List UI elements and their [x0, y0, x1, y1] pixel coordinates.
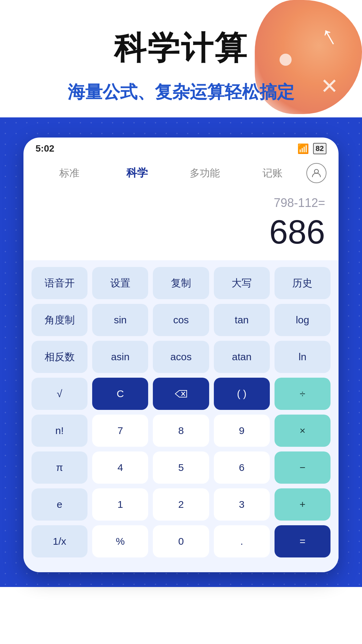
key-6[interactable]: 6 — [214, 451, 270, 484]
status-icons: 📶 82 — [297, 143, 326, 154]
keypad: 语音开 设置 复制 大写 历史 角度制 sin cos tan log 相反数 … — [23, 260, 339, 572]
key-pi[interactable]: π — [32, 451, 87, 484]
key-divide[interactable]: ÷ — [275, 378, 330, 410]
key-equals[interactable]: = — [275, 525, 330, 557]
key-2[interactable]: 2 — [153, 488, 209, 521]
time: 5:02 — [36, 143, 54, 154]
expression: 798-112= — [274, 196, 325, 210]
key-reciprocal[interactable]: 1/x — [32, 525, 87, 557]
key-sqrt[interactable]: √ — [32, 378, 87, 410]
key-row-3: 相反数 asin acos atan ln — [32, 341, 330, 373]
wifi-icon: 📶 — [297, 143, 309, 154]
key-asin[interactable]: asin — [92, 341, 148, 373]
tab-accounting[interactable]: 记账 — [239, 163, 306, 183]
key-tan[interactable]: tan — [214, 304, 270, 336]
key-euler[interactable]: e — [32, 488, 87, 521]
top-section: ↑ ✕ 科学计算 海量公式、复杂运算轻松搞定 — [0, 0, 362, 117]
key-8[interactable]: 8 — [153, 415, 209, 447]
key-row-4: √ C ( ) ÷ — [32, 378, 330, 410]
key-dot[interactable]: . — [214, 525, 270, 557]
key-history[interactable]: 历史 — [275, 267, 330, 299]
key-cos[interactable]: cos — [153, 304, 209, 336]
key-percent[interactable]: % — [92, 525, 148, 557]
key-4[interactable]: 4 — [92, 451, 148, 484]
main-title: 科学计算 — [0, 27, 362, 70]
battery-icon: 82 — [313, 143, 326, 154]
key-row-7: e 1 2 3 + — [32, 488, 330, 521]
key-log[interactable]: log — [275, 304, 330, 336]
key-acos[interactable]: acos — [153, 341, 209, 373]
key-copy[interactable]: 复制 — [153, 267, 209, 299]
key-backspace[interactable] — [153, 378, 209, 410]
deco-cross: ✕ — [320, 74, 339, 99]
key-multiply[interactable]: × — [275, 415, 330, 447]
deco-dot — [280, 54, 292, 66]
key-clear[interactable]: C — [92, 378, 148, 410]
key-9[interactable]: 9 — [214, 415, 270, 447]
result: 686 — [269, 213, 325, 250]
phone-frame: 5:02 📶 82 标准 科学 多功能 记账 798-112= 686 — [23, 138, 339, 572]
blue-background: 5:02 📶 82 标准 科学 多功能 记账 798-112= 686 — [0, 117, 362, 587]
key-settings[interactable]: 设置 — [92, 267, 148, 299]
key-5[interactable]: 5 — [153, 451, 209, 484]
key-row-2: 角度制 sin cos tan log — [32, 304, 330, 336]
key-row-6: π 4 5 6 − — [32, 451, 330, 484]
key-parens[interactable]: ( ) — [214, 378, 270, 410]
display-area: 798-112= 686 — [23, 189, 339, 260]
key-row-8: 1/x % 0 . = — [32, 525, 330, 557]
key-uppercase[interactable]: 大写 — [214, 267, 270, 299]
key-row-1: 语音开 设置 复制 大写 历史 — [32, 267, 330, 299]
key-row-5: n! 7 8 9 × — [32, 415, 330, 447]
profile-button[interactable] — [306, 163, 326, 183]
status-bar: 5:02 📶 82 — [23, 138, 339, 157]
key-0[interactable]: 0 — [153, 525, 209, 557]
sub-title: 海量公式、复杂运算轻松搞定 — [0, 80, 362, 104]
key-minus[interactable]: − — [275, 451, 330, 484]
key-plus[interactable]: + — [275, 488, 330, 521]
tab-standard[interactable]: 标准 — [36, 163, 103, 183]
tab-multifunction[interactable]: 多功能 — [171, 163, 239, 183]
key-degree[interactable]: 角度制 — [32, 304, 87, 336]
key-ln[interactable]: ln — [275, 341, 330, 373]
key-3[interactable]: 3 — [214, 488, 270, 521]
key-sin[interactable]: sin — [92, 304, 148, 336]
key-7[interactable]: 7 — [92, 415, 148, 447]
key-negate[interactable]: 相反数 — [32, 341, 87, 373]
key-factorial[interactable]: n! — [32, 415, 87, 447]
key-atan[interactable]: atan — [214, 341, 270, 373]
nav-tabs: 标准 科学 多功能 记账 — [23, 157, 339, 189]
tab-science[interactable]: 科学 — [103, 162, 171, 184]
key-1[interactable]: 1 — [92, 488, 148, 521]
key-voice[interactable]: 语音开 — [32, 267, 87, 299]
